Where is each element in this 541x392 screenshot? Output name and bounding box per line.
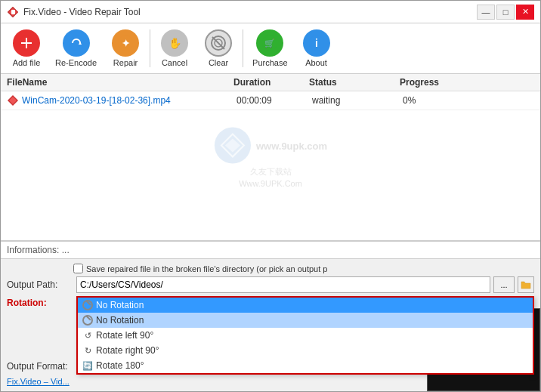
save-checkbox[interactable]: [73, 264, 83, 273]
purchase-label: Purchase: [252, 58, 287, 67]
rotate-right-icon: ↻: [82, 345, 93, 356]
title-bar-left: Fix.Video - Video Repair Tool: [7, 6, 141, 18]
rotation-dropdown: No Rotation No Rotation ↺ Rotate left 90…: [76, 296, 534, 375]
app-icon: [7, 6, 19, 18]
no-rotation-icon-opt0: [82, 300, 93, 310]
format-label: Output Format:: [7, 361, 73, 372]
title-bar: Fix.Video - Video Repair Tool — □ ✕: [1, 1, 540, 23]
minimize-button[interactable]: —: [477, 5, 495, 20]
svg-text:✋: ✋: [168, 37, 182, 50]
info-value: ...: [62, 245, 70, 255]
svg-point-6: [69, 35, 84, 51]
svg-marker-23: [225, 139, 240, 153]
reencode-label: Re-Encode: [55, 58, 97, 67]
no-rotation-icon-opt1: [82, 315, 93, 326]
rotation-option-3[interactable]: ↻ Rotate right 90°: [78, 343, 533, 358]
cancel-button[interactable]: ✋ Cancel: [153, 26, 196, 70]
bottom-panel: Save repaired file in the broken file's …: [1, 259, 540, 391]
output-path-label: Output Path:: [7, 279, 73, 290]
table-row[interactable]: WinCam-2020-03-19-[18-02-36].mp4 00:00:0…: [1, 91, 540, 110]
browse-button[interactable]: ...: [493, 276, 515, 293]
rotation-option-2[interactable]: ↺ Rotate left 90°: [78, 328, 533, 343]
rotation-label: Rotation:: [7, 296, 73, 308]
add-file-label: Add file: [13, 58, 41, 67]
svg-text:i: i: [315, 37, 318, 49]
rotation-option-4[interactable]: 🔄 Rotate 180°: [78, 358, 533, 373]
svg-rect-5: [21, 42, 32, 44]
folder-icon: [521, 279, 531, 290]
toolbar: Add file Re-Encode ✦ Repair ✋ Cancel Cle…: [1, 23, 540, 74]
rotate-left-icon: ↺: [82, 330, 93, 341]
purchase-button[interactable]: 🛒 Purchase: [246, 26, 293, 70]
rotation-row: Rotation: No Rotation ▼ No Rotation: [7, 296, 534, 313]
window-title: Fix.Video - Video Repair Tool: [23, 7, 141, 17]
save-checkbox-text: Save repaired file in the broken file's …: [86, 264, 327, 273]
svg-text:✦: ✦: [122, 38, 130, 49]
clear-button[interactable]: Clear: [197, 26, 240, 70]
col-header-status: Status: [309, 77, 400, 88]
rotation-option-4-label: Rotate 180°: [96, 360, 144, 371]
reencode-icon: [63, 29, 90, 57]
reencode-button[interactable]: Re-Encode: [49, 26, 103, 70]
info-label: Informations:: [7, 245, 59, 255]
svg-rect-2: [11, 10, 15, 14]
svg-marker-22: [221, 134, 244, 157]
toolbar-divider-1: [150, 29, 150, 67]
file-progress: 0%: [403, 95, 534, 106]
purchase-icon: 🛒: [256, 29, 283, 57]
rotation-option-1[interactable]: No Rotation: [78, 313, 533, 328]
cancel-icon: ✋: [161, 29, 188, 57]
maximize-button[interactable]: □: [496, 5, 515, 20]
about-button[interactable]: i About: [295, 26, 338, 70]
close-button[interactable]: ✕: [516, 5, 534, 20]
rotate-180-icon: 🔄: [82, 360, 93, 371]
repair-label: Repair: [113, 58, 138, 67]
col-header-filename: FileName: [7, 77, 233, 88]
main-window: Fix.Video - Video Repair Tool — □ ✕ Add …: [0, 0, 541, 392]
info-bar: Informations: ...: [1, 241, 540, 259]
fix-video-link[interactable]: Fix.Video – Vid...: [7, 377, 70, 386]
rotation-dropdown-container: No Rotation ▼ No Rotation No Rotation: [76, 296, 534, 313]
about-icon: i: [303, 29, 330, 57]
rotation-option-0-label: No Rotation: [96, 300, 144, 310]
file-duration: 00:00:09: [236, 95, 312, 106]
file-name: WinCam-2020-03-19-[18-02-36].mp4: [22, 95, 236, 106]
save-checkbox-label[interactable]: Save repaired file in the broken file's …: [73, 264, 327, 273]
rotation-option-0[interactable]: No Rotation: [78, 298, 533, 313]
watermark-logo: [214, 127, 252, 165]
file-list-area: FileName Duration Status Progress WinCam…: [1, 74, 540, 241]
output-row: Output Path: ...: [7, 276, 534, 293]
window-controls: — □ ✕: [477, 5, 534, 20]
folder-button[interactable]: [518, 276, 534, 293]
output-path-input[interactable]: [76, 276, 490, 293]
rotation-option-1-label: No Rotation: [96, 315, 144, 326]
cancel-label: Cancel: [162, 58, 187, 67]
clear-icon: [205, 29, 232, 57]
col-header-duration: Duration: [233, 77, 309, 88]
add-file-button[interactable]: Add file: [5, 26, 48, 70]
rotation-option-2-label: Rotate left 90°: [96, 330, 153, 341]
file-icon: [7, 94, 19, 106]
file-status: waiting: [312, 95, 403, 106]
save-row: Save repaired file in the broken file's …: [73, 264, 534, 273]
col-header-progress: Progress: [400, 77, 534, 88]
rotation-option-3-label: Rotate right 90°: [96, 345, 159, 356]
about-label: About: [305, 58, 327, 67]
repair-button[interactable]: ✦ Repair: [104, 26, 147, 70]
svg-point-21: [215, 128, 251, 164]
toolbar-divider-2: [243, 29, 243, 67]
svg-text:🛒: 🛒: [264, 38, 275, 48]
repair-icon: ✦: [112, 29, 139, 57]
clear-label: Clear: [209, 58, 228, 67]
add-icon: [13, 29, 40, 57]
watermark: www.9upk.com 久友下载站 Www.9UPK.Com: [214, 127, 327, 188]
file-list-header: FileName Duration Status Progress: [1, 74, 540, 91]
